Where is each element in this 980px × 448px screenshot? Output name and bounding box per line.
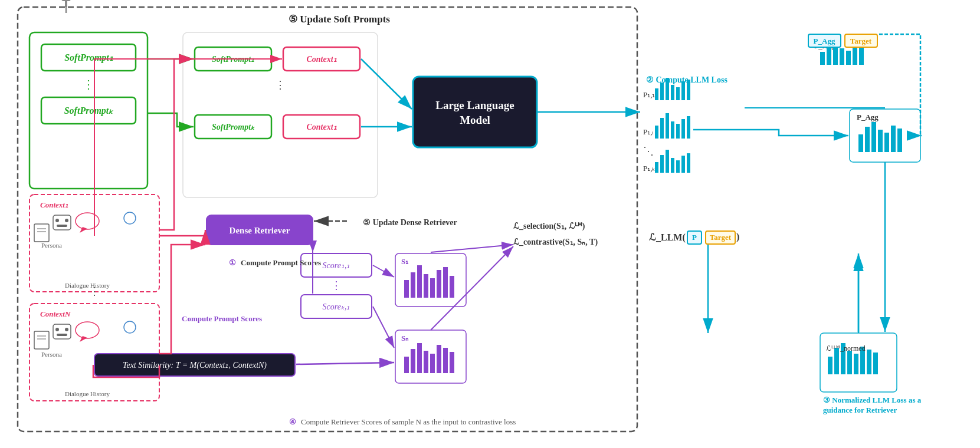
normed-bar4 [847, 351, 852, 374]
arrow-s1-to-lsel [431, 245, 513, 252]
chat-bubble-2 [76, 322, 99, 338]
p1i-bar7 [687, 116, 690, 139]
s1-bar7 [443, 267, 448, 298]
pagg-right-label: P_Agg [857, 113, 879, 121]
s1-bar2 [411, 272, 415, 298]
s1-bar5 [430, 278, 435, 298]
step1-lower-label: Compute Prompt Scores [182, 314, 262, 323]
arrow-ctx1-dr [159, 230, 205, 236]
chat-bubble-1 [76, 213, 99, 229]
normed-bar8 [873, 353, 878, 374]
pagg-bar1 [820, 52, 825, 65]
target-tag: Target [710, 233, 732, 242]
ctx1-grid-label1: Context₁ [306, 55, 336, 64]
p1i-bar2 [660, 118, 664, 139]
pagg-r-bar5 [884, 133, 889, 152]
p-tag: P [692, 233, 697, 242]
arrow-ctx1-to-gridctx [94, 59, 282, 236]
pagg-r-bar2 [865, 127, 870, 152]
s1-label: S₁ [401, 257, 409, 266]
p1i-label: P₁,ᵢ [643, 127, 653, 136]
p1K-bar5 [676, 160, 680, 173]
pagg-bar4 [840, 48, 844, 65]
sN-bar4 [424, 351, 428, 373]
arrow-ctxN-dr [159, 245, 205, 354]
score11-label: Score₁,₁ [323, 261, 350, 270]
context1-label-text: Context₁ [40, 200, 68, 209]
arrow-textsim-to-sN [296, 363, 394, 364]
step4-circled: ④ [289, 417, 296, 426]
context-dots: ⋮ [89, 285, 100, 297]
p1i-bar6 [681, 119, 685, 139]
llm-label-line2: Model [460, 114, 490, 126]
p1i-bar5 [676, 124, 680, 139]
softpromptK-main-label: SoftPromptₖ [64, 106, 114, 116]
s1-bar6 [437, 270, 441, 298]
spK-grid-label: SoftPromptₖ [212, 123, 255, 131]
diagram-svg: ⑤ Update Soft Prompts SoftPrompt₁ ⋮ Soft… [0, 0, 980, 448]
arrow-score-to-s1 [373, 265, 394, 277]
p11-bar2 [660, 83, 664, 100]
grid-dots: ⋮ [275, 79, 286, 91]
llm-label-line1: Large Language [435, 99, 514, 111]
step4-label: Compute Retriever Scores of sample N as … [301, 417, 516, 426]
step2-label: ② Compute LLM Loss [646, 75, 727, 84]
diagram-container: ⑤ Update Soft Prompts SoftPrompt₁ ⋮ Soft… [0, 0, 980, 448]
sN-bar6 [437, 345, 441, 373]
pagg-r-bar1 [858, 134, 863, 152]
robot-icon-2 [53, 324, 71, 339]
robot-eye-4 [65, 328, 68, 331]
person-icon-2 [124, 321, 136, 333]
dialogue-label-1: Dialogue History [65, 282, 110, 289]
l-llm-label: ℒ_LLM( [649, 232, 686, 243]
dense-retriever-label: Dense Retriever [230, 226, 290, 235]
doc-icon-2 [34, 331, 49, 349]
sN-bar5 [430, 354, 435, 373]
step1-label: Compute Prompt Scores [241, 258, 321, 267]
step3-label: ③ Normalized LLM Loss as a [823, 396, 922, 404]
doc-icon-1 [34, 224, 49, 242]
llm-box [413, 77, 537, 147]
p1i-bar4 [671, 121, 674, 139]
dialogue-label-2: Dialogue History [65, 390, 110, 397]
robot-mouth-1 [57, 225, 67, 227]
p1i-bar1 [655, 126, 658, 139]
arrow-grid-r1-to-llm [361, 59, 412, 109]
robot-eye-3 [55, 328, 59, 331]
l-llm-paren: ) [736, 232, 739, 242]
p1K-label: P₁,ₖ [643, 164, 655, 173]
arrow-score-to-sN [373, 307, 394, 348]
robot-icon-1 [53, 215, 71, 230]
step3-label2: guidance for Retriever [823, 406, 897, 414]
s1-bar1 [404, 280, 409, 298]
l-selection-label: ℒ_selection(S₁, ℒᴸᴹ) [513, 222, 585, 231]
p1K-bar4 [671, 158, 674, 173]
p11-bar4 [671, 85, 674, 100]
sN-bar1 [404, 357, 409, 373]
pagg-r-bar4 [878, 130, 883, 152]
s1-bar4 [424, 274, 428, 298]
softprompt1-main-label: SoftPrompt₁ [64, 52, 113, 63]
p1i-bar3 [666, 113, 669, 139]
p11-bar1 [655, 88, 658, 100]
normed-bar1 [828, 357, 832, 374]
p11-label: P₁,₁ [643, 90, 655, 99]
pagg-bar2 [827, 46, 831, 65]
contextN-label-text: ContextN [40, 309, 71, 318]
softprompts-dots: ⋮ [83, 78, 94, 91]
p1K-bar2 [660, 155, 664, 173]
p1K-bar7 [687, 153, 690, 173]
p1K-bar6 [681, 156, 685, 173]
normed-loss-label: ℒᴸᴸᴹ_normed [826, 344, 866, 353]
step1-circled: ① [229, 258, 236, 267]
pagg-r-bar7 [897, 129, 902, 152]
pagg-tag-text: P_Agg [814, 37, 835, 45]
robot-eye-1 [55, 219, 59, 222]
svg-line-6 [159, 59, 282, 236]
arrow-pbars-to-pagg [693, 130, 848, 136]
normed-bar7 [867, 350, 871, 374]
update-dr-label: ⑤ Update Dense Retriever [363, 218, 457, 227]
persona-label-2: Persona [41, 351, 62, 358]
sN-bar8 [450, 352, 454, 373]
arrow-ctx1-to-grid-r1 [159, 59, 194, 230]
